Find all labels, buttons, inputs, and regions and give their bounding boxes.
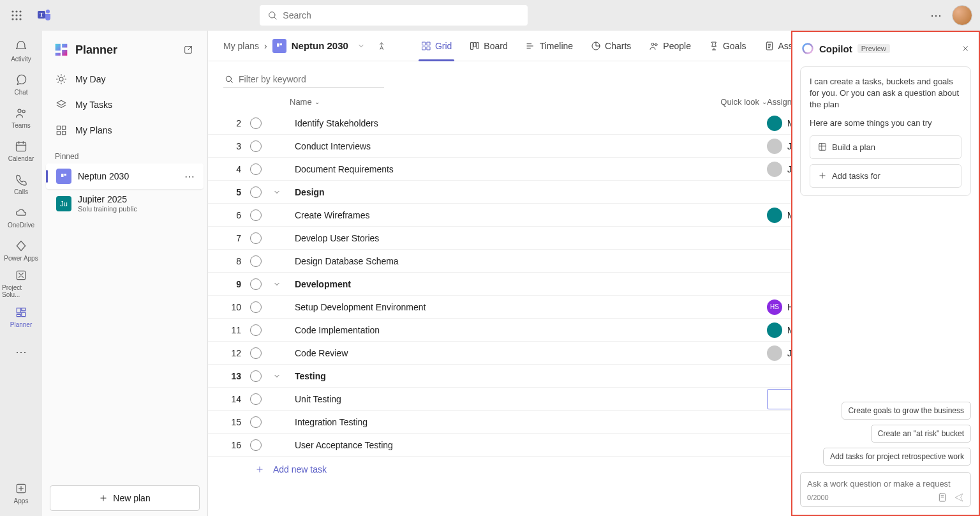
complete-toggle[interactable] xyxy=(250,347,273,359)
chevron-down-icon[interactable] xyxy=(273,188,281,196)
filter-input[interactable] xyxy=(239,74,383,84)
svg-point-37 xyxy=(655,43,657,45)
complete-toggle[interactable] xyxy=(250,186,273,198)
complete-toggle[interactable] xyxy=(250,370,273,382)
planner-logo-icon xyxy=(52,41,70,59)
tab-charts[interactable]: Charts xyxy=(582,31,640,61)
plan-more-icon[interactable]: ⋯ xyxy=(184,171,195,183)
copilot-chip[interactable]: Create an "at risk" bucket xyxy=(871,425,971,443)
sidebar-item-myday[interactable]: My Day xyxy=(42,66,207,92)
complete-toggle[interactable] xyxy=(250,163,273,175)
complete-toggle[interactable] xyxy=(250,118,273,129)
sidebar-item-myplans[interactable]: My Plans xyxy=(42,118,207,143)
app-launcher-icon[interactable] xyxy=(8,6,26,24)
col-name[interactable]: Name⌄ xyxy=(285,97,697,107)
task-name[interactable]: Unit Testing xyxy=(290,394,341,404)
svg-point-4 xyxy=(15,14,17,16)
copilot-chip[interactable]: Add tasks for project retrospective work xyxy=(823,448,971,466)
popout-icon[interactable] xyxy=(179,41,197,59)
chevron-down-icon[interactable] xyxy=(273,280,281,288)
svg-rect-33 xyxy=(474,42,476,47)
sidebar-item-mytasks[interactable]: My Tasks xyxy=(42,92,207,118)
rail-teams[interactable]: Teams xyxy=(2,101,40,133)
copilot-suggestion-add-tasks[interactable]: Add tasks for xyxy=(810,164,961,188)
topbar: T ⋯ xyxy=(0,0,980,31)
task-name[interactable]: Setup Development Environment xyxy=(290,302,426,312)
rail-calendar[interactable]: Calendar xyxy=(2,134,40,166)
user-avatar[interactable] xyxy=(952,5,972,26)
more-options-button[interactable]: ⋯ xyxy=(930,8,942,22)
global-search[interactable] xyxy=(260,5,528,26)
pin-icon[interactable] xyxy=(374,38,389,54)
col-quicklook[interactable]: Quick look⌄ xyxy=(697,97,767,107)
svg-point-1 xyxy=(15,10,17,12)
tab-grid[interactable]: Grid xyxy=(412,31,461,61)
notebook-icon[interactable] xyxy=(937,492,947,503)
tab-goals[interactable]: Goals xyxy=(700,31,755,61)
svg-rect-34 xyxy=(477,42,479,48)
rail-activity[interactable]: Activity xyxy=(2,34,40,66)
tab-timeline[interactable]: Timeline xyxy=(517,31,582,61)
copilot-input-box[interactable]: 0/2000 xyxy=(800,472,971,507)
send-icon[interactable] xyxy=(954,492,964,503)
rail-powerapps[interactable]: Power Apps xyxy=(2,234,40,266)
chevron-down-icon[interactable] xyxy=(353,38,369,54)
complete-toggle[interactable] xyxy=(250,278,273,290)
task-name[interactable]: Development xyxy=(290,279,351,289)
pinned-plan-neptun[interactable]: Neptun 2030 ⋯ xyxy=(46,163,204,189)
task-name[interactable]: Code Implementation xyxy=(290,325,380,335)
complete-toggle[interactable] xyxy=(250,416,273,428)
svg-point-2 xyxy=(19,10,21,12)
row-number: 4 xyxy=(223,164,250,174)
complete-toggle[interactable] xyxy=(250,324,273,336)
copilot-logo-icon xyxy=(801,42,814,55)
svg-rect-27 xyxy=(279,43,282,45)
copilot-chip[interactable]: Create goals to grow the business xyxy=(842,402,971,420)
breadcrumb-root[interactable]: My plans xyxy=(223,41,259,51)
rail-apps[interactable]: Apps xyxy=(2,476,40,508)
tab-people[interactable]: People xyxy=(640,31,700,61)
task-name[interactable]: Code Review xyxy=(290,348,348,358)
planner-sidebar: Planner My Day My Tasks My Plans Pinned … xyxy=(42,31,208,516)
rail-planner[interactable]: Planner xyxy=(2,300,40,332)
task-name[interactable]: Document Requirements xyxy=(290,164,394,174)
close-icon[interactable] xyxy=(961,44,970,53)
pinned-plan-jupiter[interactable]: Ju Jupiter 2025Solu training public xyxy=(46,189,204,218)
filter-input-container[interactable] xyxy=(223,72,384,87)
complete-toggle[interactable] xyxy=(250,393,273,405)
rail-project-solution[interactable]: Project Solu... xyxy=(2,267,40,299)
complete-toggle[interactable] xyxy=(250,140,273,152)
complete-toggle[interactable] xyxy=(250,439,273,451)
row-number: 6 xyxy=(223,210,250,220)
copilot-input[interactable] xyxy=(807,479,964,489)
rail-chat[interactable]: Chat xyxy=(2,68,40,100)
global-search-input[interactable] xyxy=(283,10,520,20)
complete-toggle[interactable] xyxy=(250,301,273,313)
rail-onedrive[interactable]: OneDrive xyxy=(2,201,40,232)
task-name[interactable]: Design Database Schema xyxy=(290,256,399,266)
svg-rect-32 xyxy=(471,42,473,49)
copilot-title: Copilot xyxy=(819,43,852,54)
plan-badge-icon xyxy=(56,169,71,184)
task-name[interactable]: Create Wireframes xyxy=(290,210,369,220)
complete-toggle[interactable] xyxy=(250,209,273,221)
chevron-down-icon[interactable] xyxy=(273,372,281,380)
task-name[interactable]: Develop User Stories xyxy=(290,233,379,243)
complete-toggle[interactable] xyxy=(250,232,273,244)
rail-calls[interactable]: Calls xyxy=(2,167,40,199)
task-name[interactable]: Conduct Interviews xyxy=(290,141,371,151)
task-name[interactable]: Integration Testing xyxy=(290,417,368,427)
task-name[interactable]: Testing xyxy=(290,371,326,381)
new-plan-button[interactable]: New plan xyxy=(50,485,200,511)
svg-point-8 xyxy=(19,18,21,20)
svg-point-5 xyxy=(19,14,21,16)
svg-text:T: T xyxy=(40,11,43,18)
rail-more[interactable]: ⋯ xyxy=(2,336,40,368)
tab-board[interactable]: Board xyxy=(461,31,516,61)
svg-rect-46 xyxy=(939,494,945,501)
copilot-suggestion-build-plan[interactable]: Build a plan xyxy=(810,135,961,159)
task-name[interactable]: Design xyxy=(290,187,325,197)
complete-toggle[interactable] xyxy=(250,255,273,267)
task-name[interactable]: User Acceptance Testing xyxy=(290,440,393,450)
task-name[interactable]: Identify Stakeholders xyxy=(290,118,378,128)
